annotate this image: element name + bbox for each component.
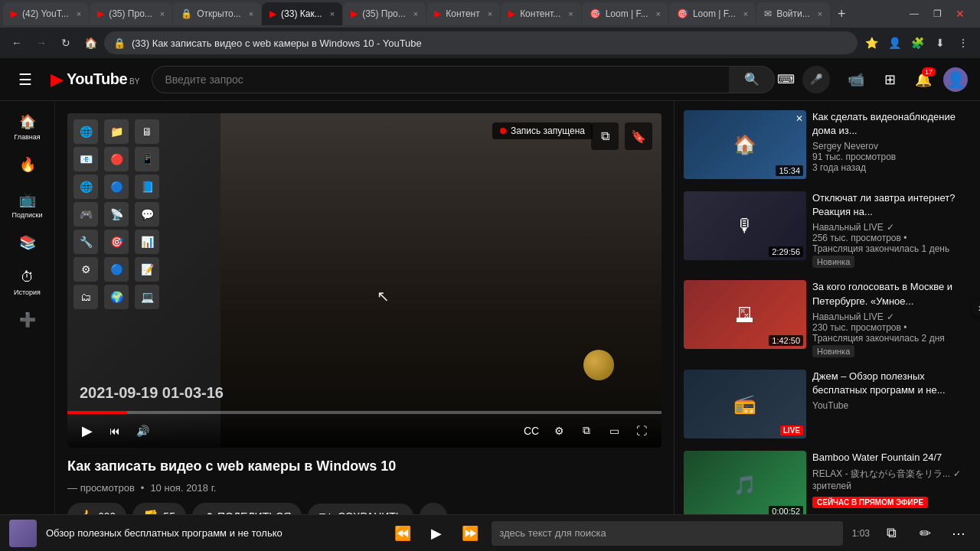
tab-1-close[interactable]: × <box>77 9 81 18</box>
upload-button[interactable]: 📹 <box>842 66 870 93</box>
mini-edit-btn[interactable]: ✏ <box>913 521 937 546</box>
rec-duration-5: 0:00:52 <box>769 506 803 514</box>
search-icon: 🔍 <box>744 72 760 86</box>
notifications-button[interactable]: 🔔 17 <box>910 66 937 93</box>
account-avatar[interactable]: 👤 <box>943 67 968 92</box>
rec-info-2: Отключат ли завтра интернет? Реакция на.… <box>812 191 971 268</box>
menu-btn[interactable]: ⋮ <box>952 32 974 54</box>
video-ball <box>583 350 614 380</box>
play-button[interactable]: ▶ <box>77 420 98 442</box>
bookmark-btn[interactable]: ⭐ <box>861 32 882 54</box>
tab-2[interactable]: ▶ (35) Про... × <box>90 2 172 25</box>
forward-button[interactable]: → <box>31 32 52 54</box>
tab-3-close[interactable]: × <box>249 9 253 18</box>
mini-pip-btn[interactable]: ⧉ <box>879 521 903 546</box>
profile-btn[interactable]: 👤 <box>884 32 905 54</box>
tab-2-close[interactable]: × <box>160 9 165 18</box>
theater-button[interactable]: ▭ <box>603 420 625 442</box>
tab-8[interactable]: 🎯 Loom | F... × <box>582 2 668 25</box>
new-tab-button[interactable]: + <box>831 3 852 24</box>
sidebar-item-explore[interactable]: 🔥 <box>3 150 52 182</box>
tab-1[interactable]: ▶ (42) YouT... × <box>3 2 89 25</box>
back-button[interactable]: ← <box>6 32 28 54</box>
share-button[interactable]: ↗ ПОДЕЛИТЬСЯ <box>192 503 302 514</box>
tab-3[interactable]: 🔒 Открыто... × <box>173 2 261 25</box>
window-close[interactable]: ✕ <box>949 3 971 24</box>
tab-5[interactable]: ▶ (35) Про... × <box>343 2 426 25</box>
right-sidebar: › 🏠 15:34 ✕ Как сделать видеонаблюдение … <box>674 101 980 514</box>
youtube-logo-text: YouTube <box>67 70 127 88</box>
volume-button[interactable]: 🔊 <box>132 420 153 442</box>
tab-7-close[interactable]: × <box>568 9 573 18</box>
bookmark-video-button[interactable]: 🔖 <box>625 122 652 150</box>
desktop-icon-3: 🖥 <box>135 119 159 144</box>
rec-thumb-3: 🗳 1:42:50 <box>684 280 806 349</box>
tab-8-close[interactable]: × <box>656 9 661 18</box>
cc-button[interactable]: CC <box>521 420 542 442</box>
sidebar-item-library[interactable]: 📚 <box>3 228 52 260</box>
tab-6-close[interactable]: × <box>488 9 492 18</box>
rec-views-3: 230 тыс. просмотров • <box>812 322 971 333</box>
tab-10[interactable]: ✉ Войти... × <box>756 2 830 25</box>
rec-remove-1[interactable]: ✕ <box>795 113 803 124</box>
tab-4-close[interactable]: × <box>330 9 335 18</box>
youtube-logo[interactable]: ▶ YouTube BY <box>51 70 139 90</box>
tab-9-close[interactable]: × <box>743 9 748 18</box>
menu-toggle[interactable]: ☰ <box>12 64 38 95</box>
sidebar-item-subscriptions[interactable]: 📺 Подписки <box>3 185 52 225</box>
video-cursor: ↖ <box>377 287 390 305</box>
recommended-item-4[interactable]: 📻 LIVE Джем – Обзор полезных бесплатных … <box>681 367 974 442</box>
settings-button[interactable]: ⚙ <box>548 420 570 442</box>
more-actions-button[interactable]: ⋯ <box>420 503 447 514</box>
mini-prev-btn[interactable]: ⏪ <box>390 521 415 546</box>
dislike-button[interactable]: 👎 55 <box>132 503 186 514</box>
search-button[interactable]: 🔍 <box>729 66 775 93</box>
search-input[interactable] <box>152 66 729 93</box>
recommended-item-1[interactable]: 🏠 15:34 ✕ Как сделать видеонаблюдение до… <box>681 107 974 182</box>
mini-next-btn[interactable]: ⏩ <box>458 521 482 546</box>
sidebar-item-add[interactable]: ➕ <box>3 305 52 337</box>
browser-chrome: ▶ (42) YouT... × ▶ (35) Про... × 🔒 Откры… <box>0 0 980 58</box>
fullscreen-button[interactable]: ⛶ <box>631 420 652 442</box>
home-button[interactable]: 🏠 <box>80 32 101 54</box>
like-button[interactable]: 👍 699 <box>67 503 126 514</box>
recommended-item-5[interactable]: 🎵 0:00:52 Bamboo Water Fountain 24/7 REL… <box>681 448 974 514</box>
rec-title-4: Джем – Обзор полезных бесплатных програм… <box>812 370 971 397</box>
sidebar-item-history[interactable]: ⏱ История <box>3 263 52 302</box>
mini-channel-avatar[interactable] <box>9 520 37 547</box>
tab-5-close[interactable]: × <box>413 9 418 18</box>
mini-search[interactable]: здесь текст для поиска <box>492 521 842 546</box>
reload-button[interactable]: ↻ <box>55 32 77 54</box>
mini-play-btn[interactable]: ▶ <box>424 521 449 546</box>
tab-7[interactable]: ▶ Контент... × <box>501 2 581 25</box>
tab-6[interactable]: ▶ Контент × <box>426 2 500 25</box>
recommended-item-2[interactable]: 🎙 2:29:56 Отключат ли завтра интернет? Р… <box>681 188 974 271</box>
address-bar[interactable]: 🔒 (33) Как записать видео с web камеры в… <box>104 31 858 54</box>
extensions-btn[interactable]: 🧩 <box>906 32 928 54</box>
prev-button[interactable]: ⏮ <box>104 420 126 442</box>
recommended-item-3[interactable]: 🗳 1:42:50 За кого голосовать в Москве и … <box>681 277 974 360</box>
video-player[interactable]: 🌐 📁 🖥 📧 🔴 📱 🌐 🔵 <box>67 113 662 448</box>
desktop-icon-12: 💬 <box>135 202 159 227</box>
live-now-badge-5: СЕЙЧАС В ПРЯМОМ ЭФИРЕ <box>812 497 928 508</box>
download-btn[interactable]: ⬇ <box>929 32 951 54</box>
mini-more-btn[interactable]: ⋯ <box>946 521 971 546</box>
tab-9[interactable]: 🎯 Loom | F... × <box>669 2 756 25</box>
mini-search-text: здесь текст для поиска <box>499 527 606 539</box>
apps-button[interactable]: ⊞ <box>876 66 903 93</box>
window-maximize[interactable]: ❐ <box>926 3 948 24</box>
rec-thumb-5: 🎵 0:00:52 <box>684 451 806 514</box>
tab-4[interactable]: ▶ (33) Как... × <box>262 2 342 25</box>
tab-3-favicon: 🔒 <box>181 8 192 19</box>
voice-search-button[interactable]: 🎤 <box>802 66 830 93</box>
save-button[interactable]: ≡+ СОХРАНИТЬ <box>308 504 413 514</box>
mini-time: 1:03 <box>852 528 870 539</box>
miniplayer-button[interactable]: ⧉ <box>576 420 597 442</box>
pip-button[interactable]: ⧉ <box>591 122 619 150</box>
window-minimize[interactable]: — <box>903 3 925 24</box>
sidebar-item-home[interactable]: 🏠 Главная <box>3 107 52 147</box>
rec-thumb-1: 🏠 15:34 ✕ <box>684 110 806 179</box>
tab-10-close[interactable]: × <box>818 9 822 18</box>
keyboard-button[interactable]: ⌨ <box>775 69 796 90</box>
desktop-icon-16: ⚙ <box>74 257 98 282</box>
